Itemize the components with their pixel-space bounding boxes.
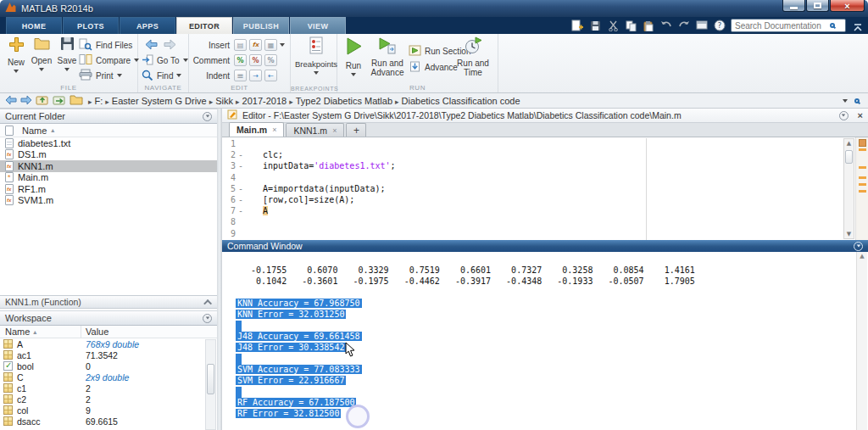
- copy-icon[interactable]: [624, 19, 637, 32]
- workspace-row[interactable]: col9: [0, 405, 217, 416]
- forward-icon[interactable]: [164, 39, 176, 52]
- code-line[interactable]: 6-[row,col]=size(A);: [222, 195, 868, 206]
- new-button[interactable]: New: [3, 36, 29, 73]
- code-line[interactable]: 7-A: [222, 206, 868, 217]
- workspace-menu-icon[interactable]: [203, 314, 212, 323]
- code-analyzer-bar[interactable]: [855, 137, 868, 240]
- comment-icon[interactable]: [234, 54, 247, 66]
- undo-icon[interactable]: [659, 19, 673, 32]
- workspace-column-header[interactable]: Name ▴ Value: [0, 326, 217, 338]
- find-files-button[interactable]: Find Files: [79, 38, 132, 52]
- file-row[interactable]: Main.m: [0, 172, 217, 184]
- editor-close-icon[interactable]: ×: [858, 110, 863, 120]
- run-and-advance-button[interactable]: Run and Advance: [368, 36, 407, 77]
- close-tab-icon[interactable]: ×: [332, 126, 337, 135]
- workspace-row[interactable]: C2x9 double: [0, 371, 217, 383]
- workspace-row[interactable]: bool0: [0, 360, 217, 371]
- editor-tab-mainm[interactable]: Main.m×: [229, 122, 284, 137]
- editor-menu-icon[interactable]: [839, 111, 849, 120]
- close-button[interactable]: ×: [830, 0, 865, 12]
- back-icon[interactable]: [145, 39, 158, 52]
- insert-section-icon[interactable]: [234, 39, 247, 51]
- workspace-row[interactable]: c12: [0, 383, 217, 394]
- workspace-row[interactable]: A768x9 double: [0, 338, 217, 349]
- paste-icon[interactable]: [642, 19, 655, 32]
- tab-plots[interactable]: PLOTS: [63, 17, 119, 34]
- code-line[interactable]: 8: [222, 217, 868, 228]
- command-window-output[interactable]: -0.1755 0.6070 0.3329 0.7519 0.6601 0.73…: [222, 252, 868, 430]
- code-line[interactable]: 2-clc;: [222, 150, 868, 161]
- code-line[interactable]: 3-inputData='diabetes1.txt';: [222, 161, 868, 172]
- code-line[interactable]: 9: [222, 229, 868, 240]
- search-documentation-input[interactable]: [732, 21, 830, 31]
- workspace-row[interactable]: dsacc69.6615: [0, 416, 217, 427]
- nav-back-icon[interactable]: [5, 93, 17, 109]
- compare-button[interactable]: Compare: [79, 53, 139, 67]
- workspace-row[interactable]: ac171.3542: [0, 349, 217, 360]
- breadcrumb-item[interactable]: Easter System G Drive: [109, 96, 209, 106]
- code-line[interactable]: 4: [222, 173, 868, 184]
- breadcrumb-item[interactable]: 2017-2018: [240, 96, 290, 106]
- file-row[interactable]: diabetes1.txt: [0, 137, 217, 149]
- scroll-up-icon[interactable]: ▲: [844, 140, 854, 147]
- code-editor[interactable]: 12-clc;3-inputData='diabetes1.txt';45-A=…: [222, 137, 868, 240]
- insert-function-icon[interactable]: [249, 39, 262, 51]
- breadcrumb-item[interactable]: Diabetics Classification code: [399, 96, 523, 106]
- workspace-scrollbar[interactable]: [205, 339, 216, 430]
- breakpoints-button[interactable]: Breakpoints: [301, 36, 331, 75]
- maximize-button[interactable]: [806, 0, 829, 12]
- address-search-icon[interactable]: [854, 98, 860, 103]
- new-tab-button[interactable]: +: [346, 123, 366, 137]
- goto-button[interactable]: Go To: [142, 53, 188, 67]
- close-tab-icon[interactable]: ×: [272, 126, 276, 134]
- new-script-icon[interactable]: [570, 19, 584, 32]
- breadcrumb-item[interactable]: Type2 Diabetics Matlab: [293, 96, 395, 106]
- current-folder-menu-icon[interactable]: [203, 112, 212, 121]
- code-line[interactable]: 5-A=importdata(inputData);: [222, 184, 868, 195]
- editor-scrollbar[interactable]: ▲ ▼: [843, 138, 854, 239]
- open-button[interactable]: Open: [29, 36, 54, 71]
- advance-button[interactable]: Advance: [409, 60, 458, 74]
- run-button[interactable]: Run: [341, 36, 366, 76]
- redo-icon[interactable]: [677, 19, 691, 32]
- find-button[interactable]: Find: [142, 69, 181, 82]
- browse-folder-icon[interactable]: [53, 93, 66, 109]
- indent-left-icon[interactable]: [264, 70, 277, 81]
- tab-home[interactable]: HOME: [6, 17, 62, 34]
- editor-tab-knn1m[interactable]: KNN1.m×: [286, 123, 344, 137]
- save-icon[interactable]: [588, 19, 602, 32]
- indent-right-icon[interactable]: [249, 70, 262, 81]
- tab-view[interactable]: VIEW: [290, 17, 346, 34]
- tab-editor[interactable]: EDITOR: [176, 17, 232, 34]
- uncomment-icon[interactable]: [249, 54, 262, 66]
- window-layout-icon[interactable]: [695, 19, 709, 32]
- minimize-button[interactable]: [782, 0, 805, 12]
- breadcrumb-dropdown-icon[interactable]: [843, 99, 848, 103]
- tab-apps[interactable]: APPS: [120, 17, 175, 34]
- save-button[interactable]: Save: [54, 36, 80, 71]
- analyzer-status-icon[interactable]: [859, 139, 866, 147]
- file-row[interactable]: KNN1.m: [0, 160, 217, 172]
- breadcrumb-item[interactable]: F:: [92, 96, 106, 106]
- nav-forward-icon[interactable]: [20, 93, 32, 109]
- cut-icon[interactable]: [606, 19, 620, 32]
- up-one-level-icon[interactable]: [36, 93, 49, 109]
- help-icon[interactable]: ?: [713, 19, 726, 32]
- search-icon[interactable]: [830, 23, 835, 28]
- details-panel-bar[interactable]: KNN1.m (Function): [0, 295, 217, 309]
- insert-block-icon[interactable]: [264, 39, 277, 51]
- command-window-menu-icon[interactable]: [854, 242, 863, 251]
- cw-scroll-up-icon[interactable]: ▲: [857, 253, 867, 260]
- file-row[interactable]: SVM1.m: [0, 195, 217, 207]
- scroll-down-icon[interactable]: ▼: [844, 231, 854, 237]
- print-button[interactable]: Print: [79, 69, 122, 82]
- smart-indent-icon[interactable]: [234, 70, 247, 81]
- command-window-scrollbar[interactable]: ▲: [856, 252, 867, 430]
- wrap-comments-icon[interactable]: [264, 54, 277, 66]
- collapse-details-icon[interactable]: [203, 299, 212, 307]
- editor-scroll-thumb[interactable]: [845, 150, 853, 164]
- file-row[interactable]: RF1.m: [0, 183, 217, 195]
- breadcrumb-item[interactable]: Sikk: [213, 96, 236, 106]
- workspace-row[interactable]: c22: [0, 394, 217, 405]
- code-line[interactable]: 1: [222, 139, 868, 150]
